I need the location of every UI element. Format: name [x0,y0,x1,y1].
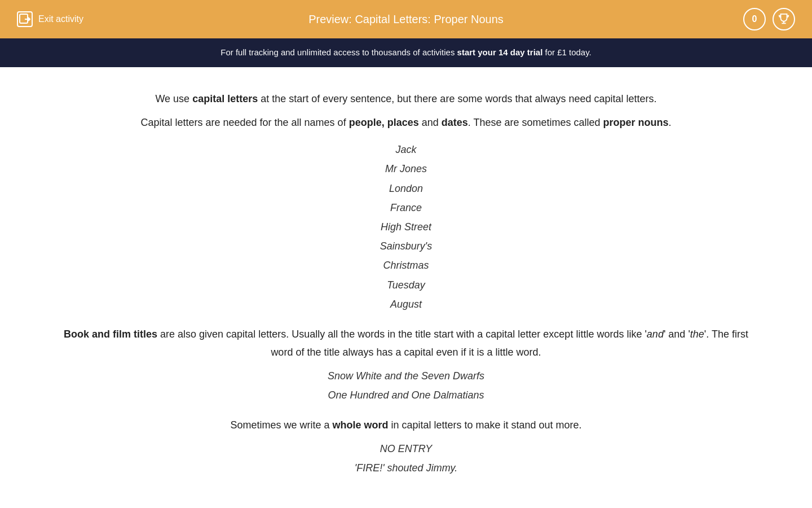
section2-italic-the: the [690,329,704,340]
section3-after: in capital letters to make it stand out … [388,419,581,431]
intro-line2-before: Capital letters are needed for the all n… [140,117,348,128]
banner-text-before: For full tracking and unlimited access t… [220,47,457,57]
header-right-controls: 0 [743,8,795,30]
list-item: Mr Jones [56,159,756,178]
intro-line-1: We use capital letters at the start of e… [56,90,756,108]
trophy-badge [773,8,795,30]
list-item: France [56,198,756,217]
intro-bold-dates: dates [442,117,468,128]
section3-before: Sometimes we write a [230,419,332,431]
intro-line-2: Capital letters are needed for the all n… [56,113,756,132]
list-item: August [56,295,756,314]
intro-text-before-bold: We use [155,93,192,104]
promo-banner: For full tracking and unlimited access t… [0,38,812,67]
section-2: Book and film titles are also given capi… [56,325,756,405]
intro-text-after-bold: at the start of every sentence, but ther… [258,93,656,104]
list-item: 'FIRE!' shouted Jimmy. [56,458,756,478]
section2-bold-title: Book and film titles [64,329,157,340]
page-title: Preview: Capital Letters: Proper Nouns [308,13,504,26]
app-header: Exit activity Preview: Capital Letters: … [0,0,812,38]
main-content: We use capital letters at the start of e… [0,67,812,506]
exit-label: Exit activity [38,14,83,24]
proper-nouns-examples: Jack Mr Jones London France High Street … [56,140,756,314]
list-item: London [56,179,756,198]
banner-cta-text: start your 14 day trial [457,47,543,57]
film-titles-list: Snow White and the Seven Dwarfs One Hund… [56,366,756,405]
score-badge: 0 [743,8,766,30]
intro-line2-after: . These are sometimes called [468,117,603,128]
whole-word-examples-list: NO ENTRY 'FIRE!' shouted Jimmy. [56,439,756,478]
section-3: Sometimes we write a whole word in capit… [56,416,756,478]
list-item: Jack [56,140,756,159]
intro-bold-people-places: people, places [349,117,419,128]
section2-italic-and: and [647,329,664,340]
list-item: Sainsbury's [56,237,756,256]
exit-activity-button[interactable]: Exit activity [17,11,83,27]
intro-bold-capital-letters: capital letters [192,93,258,104]
list-item: Christmas [56,256,756,275]
list-item: Snow White and the Seven Dwarfs [56,366,756,386]
exit-icon [17,11,33,27]
section2-text2: ' and ' [664,329,690,340]
section2-text: are also given capital letters. Usually … [157,329,647,340]
list-item: Tuesday [56,275,756,295]
section3-bold-whole-word: whole word [332,419,388,431]
section2-paragraph: Book and film titles are also given capi… [56,325,756,362]
banner-text-after: for £1 today. [542,47,591,57]
intro-line2-mid: and [419,117,442,128]
list-item: NO ENTRY [56,439,756,458]
list-item: One Hundred and One Dalmatians [56,386,756,405]
list-item: High Street [56,217,756,237]
intro-bold-proper-nouns: proper nouns [603,117,669,128]
section3-paragraph: Sometimes we write a whole word in capit… [56,416,756,434]
intro-line2-end: . [669,117,672,128]
